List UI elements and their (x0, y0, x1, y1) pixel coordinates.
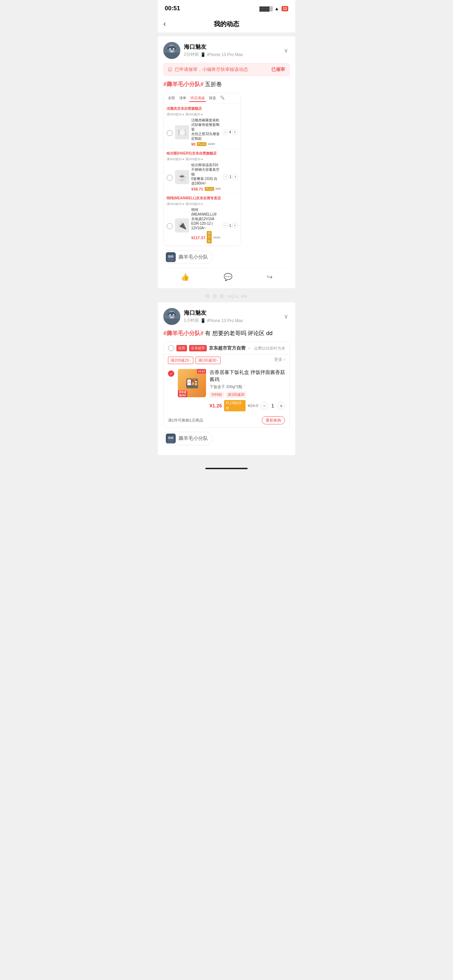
product-variant: 下饭盒子 200g*3瓶 ˅ (210, 384, 285, 390)
shop-plus-1: PLUS (197, 142, 207, 146)
shop-details-1: 洁雅杰碗碟套装欧式轻奢骨瓷整套陶瓷 永恒之星32头整套定制款 ¥0 PLUS ¥… (191, 118, 220, 146)
back-button[interactable]: ‹ (163, 19, 166, 29)
shop-price-2: ¥38.71 (191, 187, 203, 191)
shop-tab-list: 清单 (178, 95, 188, 102)
like-button-1[interactable]: 👍 (181, 273, 189, 281)
battery-badge: 13 (281, 6, 288, 11)
store-name: 京东超市官方自营 (209, 345, 246, 352)
shop-plus-3: 到手价 (207, 231, 212, 243)
device-icon-2: 📱 (200, 318, 206, 323)
product-card-1: 自营 京东超市 京东超市官方自营 › 运费以结算时为准 满200减20 › 满1… (163, 342, 290, 428)
status-bar: 00:51 ▓▓▓▒ ▲ 13 (158, 0, 295, 16)
hashtag-1: #薅羊毛小分队# (163, 81, 203, 87)
shop-tab-all: 全部 (167, 95, 176, 102)
device-icon-1: 📱 (200, 52, 206, 57)
post-header-2: 海口魅友 1小时前 📱 iPhone 13 Pro Max ∨ (163, 308, 290, 325)
svg-point-7 (168, 255, 171, 258)
avatar-1 (163, 42, 180, 59)
post-header-1: 海口魅友 2分钟前 📱 iPhone 13 Pro Max ∨ (163, 42, 290, 59)
product-body: ✓ 🍱 11.11 评价进抢300 吉香居暴下饭礼盒 拌饭拌面酱香菇酱鸡 下饭盒… (164, 366, 289, 414)
deal-tags: 3件8折 满100减30 (210, 391, 285, 398)
product-radio[interactable] (168, 345, 174, 352)
shop-price-1: ¥0 (191, 142, 196, 146)
shop-qty-plus-1[interactable]: + (232, 129, 238, 135)
shop-qty-num-1: 4 (229, 130, 231, 134)
original-price: ¥24.9 (248, 403, 258, 408)
shop-qty-plus-2[interactable]: + (232, 174, 238, 180)
shop-radio-1[interactable] (167, 130, 173, 136)
plus-badge: PLUS到手价 (224, 400, 246, 411)
post-card-2: 海口魅友 1小时前 📱 iPhone 13 Pro Max ∨ #薅羊毛小分队#… (158, 302, 295, 455)
exchange-row: 满1件可换购1元商品 重新换购 (164, 414, 289, 427)
like-icon-1: 👍 (181, 273, 189, 281)
post-info-2: 1小时前 📱 iPhone 13 Pro Max (184, 318, 282, 323)
shop-price-3: ¥117.37 (191, 235, 205, 240)
shop-qty-minus-1[interactable]: − (222, 129, 228, 135)
avatar-2 (163, 308, 180, 325)
notice-btn[interactable]: 已催审 (271, 66, 285, 73)
post-device-2: iPhone 13 Pro Max (207, 318, 243, 323)
hashtag-2: #薅羊毛小分队# (163, 330, 203, 336)
watermark: 特 价 的 tejia.de (158, 292, 295, 302)
shop-desc-2: 0套餐装 (316) 自选180ml~ (191, 177, 221, 186)
promo-tag-1[interactable]: 满200减20 › (168, 356, 193, 364)
group-name-1: 薅羊毛小分队 (178, 254, 208, 260)
price-row: ¥1.26 PLUS到手价 ¥24.9 − 1 + (210, 400, 285, 411)
post-main-text-1: 五折卷 (205, 81, 222, 87)
shop-radio-2[interactable] (167, 175, 173, 181)
promo-arrow-1: › (190, 359, 191, 362)
h11-badge: 11.11 (197, 369, 206, 374)
group-icon-1 (166, 252, 176, 262)
page-title: 我的动态 (214, 20, 239, 28)
post-time-1: 2分钟前 (184, 51, 199, 57)
store-badge-1: 自营 (176, 345, 187, 352)
product-thumbnail: 🍱 11.11 评价进抢300 (178, 369, 206, 397)
shop-qty-plus-3[interactable]: + (232, 223, 238, 228)
exchange-button[interactable]: 重新换购 (262, 416, 285, 425)
qty-plus-btn[interactable]: + (277, 402, 285, 410)
group-tag-1[interactable]: 薅羊毛小分队 (163, 250, 213, 264)
variant-arrow[interactable]: ˅ (244, 385, 246, 389)
shop-tab-filter: 筛选 (207, 95, 217, 102)
share-button-1[interactable]: ↪ (267, 273, 273, 281)
shop-orig-3: ¥121 (213, 235, 220, 239)
status-icons: ▓▓▓▒ ▲ 13 (259, 6, 288, 11)
product-selected-radio[interactable]: ✓ (168, 371, 174, 377)
notice-icon: ☑ (168, 67, 173, 72)
shop-qty-num-3: 1 (229, 224, 231, 228)
shop-name-3: 明纬(MEANWELL)开关电源12V10A (191, 207, 220, 221)
shop-tab-search: 🔍 (219, 95, 226, 102)
comment-button-1[interactable]: 💬 (224, 273, 232, 281)
chevron-down-2[interactable]: ∨ (282, 311, 290, 322)
store-arrow[interactable]: › (248, 346, 250, 351)
shop-desc-3: EDR-120-12 | 12V10A~ (191, 221, 220, 231)
post-text-1: #薅羊毛小分队# 五折卷 (163, 80, 290, 89)
shop-name-1: 洁雅杰碗碟套装欧式轻奢骨瓷整套陶瓷 (191, 118, 220, 132)
product-info: 吉香居暴下饭礼盒 拌饭拌面酱香菇酱鸡 下饭盒子 200g*3瓶 ˅ 3件8折 满… (210, 369, 285, 411)
svg-point-9 (167, 258, 174, 262)
shop-item-promo-3: 满300减20 ▸ 满200减20 ▸ (167, 202, 238, 206)
svg-rect-3 (163, 52, 180, 59)
shop-orig-2: ¥99 (216, 187, 221, 191)
shop-tab-jd: 跨店满减 (189, 95, 206, 102)
post-username-1: 海口魅友 (184, 43, 282, 51)
shop-qty-2: − 1 + (223, 174, 238, 180)
shop-tabs: 全部 清单 跨店满减 筛选 🔍 (164, 93, 241, 104)
svg-point-5 (173, 48, 174, 49)
shop-item-2: 哈尔斯(HAERS)京东自营旗舰店 满300减20 ▸ 满200减20 ▸ ☕ … (164, 149, 241, 194)
qty-minus-btn[interactable]: − (261, 402, 268, 410)
chevron-down-1[interactable]: ∨ (282, 45, 290, 56)
promo-more[interactable]: 更多 › (274, 356, 285, 364)
shop-item-promo-1: 满300减20 ▸ 满200减20 ▸ (167, 112, 238, 117)
group-tag-2[interactable]: 薅羊毛小分队 (163, 432, 213, 445)
svg-point-8 (171, 255, 173, 258)
comment-icon-1: 💬 (224, 273, 232, 281)
product-price: ¥1.26 (210, 403, 222, 409)
shop-qty-num-2: 1 (230, 175, 232, 179)
shop-qty-minus-2[interactable]: − (223, 174, 229, 180)
shop-item-store-1: 洁雅杰京东自营旗舰店 (167, 106, 238, 111)
promo-tag-2[interactable]: 满100减30 › (196, 356, 221, 364)
shop-qty-minus-3[interactable]: − (222, 223, 228, 228)
content: 海口魅友 2分钟前 📱 iPhone 13 Pro Max ∨ ☑ 已申请催审，… (158, 33, 295, 462)
shop-radio-3[interactable] (167, 223, 173, 229)
